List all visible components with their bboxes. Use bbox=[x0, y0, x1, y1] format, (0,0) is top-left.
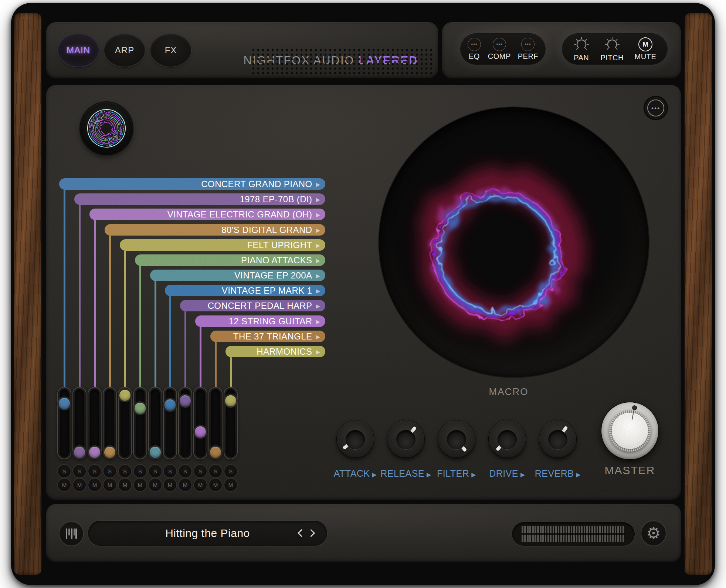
layer-expand-icon: ▶ bbox=[316, 333, 320, 339]
solo-button[interactable]: S bbox=[209, 465, 222, 477]
knob-label-text: RELEASE bbox=[380, 468, 424, 479]
mute-layer-button[interactable]: M bbox=[134, 479, 146, 491]
layer-bar[interactable]: 80'S DIGITAL GRAND▶ bbox=[105, 224, 325, 236]
layer-expand-icon: ▶ bbox=[316, 227, 320, 233]
mute-layer-button[interactable]: M bbox=[149, 479, 162, 491]
layer-bar[interactable]: FELT UPRIGHT▶ bbox=[120, 239, 325, 251]
solo-button[interactable]: S bbox=[224, 465, 237, 477]
pitch-knob[interactable]: PITCH bbox=[600, 36, 624, 62]
layer-bar[interactable]: PIANO ATTACKS▶ bbox=[135, 254, 325, 266]
layer-bar[interactable]: 12 STRING GUITAR▶ bbox=[195, 315, 325, 327]
solo-button[interactable]: S bbox=[179, 465, 191, 477]
slider-thumb[interactable] bbox=[164, 399, 176, 410]
comp-label: COMP bbox=[488, 52, 511, 61]
tab-fx[interactable]: FX bbox=[150, 34, 191, 67]
solo-button[interactable]: S bbox=[119, 465, 131, 477]
layer-volume-slider[interactable] bbox=[88, 387, 102, 459]
reverb-knob[interactable] bbox=[539, 420, 576, 457]
solo-button[interactable]: S bbox=[134, 465, 146, 477]
solo-button[interactable]: S bbox=[164, 465, 176, 477]
slider-thumb[interactable] bbox=[180, 395, 191, 406]
layer-volume-slider[interactable] bbox=[103, 387, 117, 459]
slider-thumb[interactable] bbox=[210, 447, 221, 458]
knob-label-text: ATTACK bbox=[334, 468, 370, 479]
layer-bar[interactable]: VINTAGE EP 200A▶ bbox=[150, 270, 325, 281]
master-indicator-line bbox=[632, 410, 634, 420]
mute-letter: M bbox=[642, 40, 648, 48]
slider-thumb[interactable] bbox=[195, 426, 206, 437]
preset-next-icon[interactable] bbox=[307, 529, 315, 537]
filter-knob[interactable] bbox=[438, 420, 475, 457]
slider-thumb[interactable] bbox=[89, 447, 100, 458]
layer-volume-slider[interactable] bbox=[208, 387, 223, 459]
macro-pad[interactable] bbox=[379, 107, 649, 377]
layer-volume-slider[interactable] bbox=[178, 387, 192, 459]
drive-knob[interactable] bbox=[489, 420, 526, 457]
layer-volume-slider[interactable] bbox=[193, 387, 207, 459]
mute-layer-button[interactable]: M bbox=[209, 479, 222, 491]
tab-main[interactable]: MAIN bbox=[58, 34, 99, 67]
solo-button[interactable]: S bbox=[58, 465, 71, 477]
layer-volume-slider[interactable] bbox=[148, 387, 162, 459]
tab-arp-label: ARP bbox=[115, 45, 134, 55]
solo-button[interactable]: S bbox=[104, 465, 116, 477]
preset-prev-icon[interactable] bbox=[298, 529, 305, 537]
layer-bar[interactable]: 1978 EP-70B (DI)▶ bbox=[74, 193, 325, 205]
mute-layer-button[interactable]: M bbox=[73, 479, 86, 491]
settings-button[interactable]: ⚙ bbox=[641, 521, 666, 545]
layer-bar[interactable]: VINTAGE ELECTRIC GRAND (OH)▶ bbox=[89, 209, 325, 220]
master-knob[interactable] bbox=[601, 402, 658, 459]
layer-volume-slider[interactable] bbox=[57, 387, 71, 459]
layer-expand-icon: ▶ bbox=[316, 318, 320, 324]
mute-layer-button[interactable]: M bbox=[104, 479, 116, 491]
mute-layer-button[interactable]: M bbox=[58, 479, 71, 491]
solo-button[interactable]: S bbox=[88, 465, 101, 477]
mute-layer-button[interactable]: M bbox=[164, 479, 176, 491]
slider-thumb[interactable] bbox=[150, 447, 161, 458]
mute-button[interactable]: M MUTE bbox=[635, 37, 657, 61]
knob-cup bbox=[396, 430, 415, 449]
attack-knob[interactable] bbox=[337, 420, 374, 457]
slider-thumb[interactable] bbox=[225, 395, 236, 406]
perf-button[interactable]: ••• PERF bbox=[518, 38, 538, 61]
layer-line bbox=[215, 342, 217, 388]
knob-cup bbox=[498, 430, 517, 449]
layer-bar[interactable]: HARMONICS▶ bbox=[225, 346, 325, 357]
solo-button[interactable]: S bbox=[73, 465, 86, 477]
expand-icon: ▶ bbox=[520, 472, 525, 478]
macro-options-button[interactable]: ••• bbox=[645, 97, 667, 119]
layer-volume-slider[interactable] bbox=[72, 387, 86, 459]
eq-button[interactable]: ••• EQ bbox=[468, 38, 481, 61]
layer-volume-slider[interactable] bbox=[163, 387, 177, 459]
layer-bar[interactable]: CONCERT GRAND PIANO▶ bbox=[59, 178, 325, 190]
solo-button[interactable]: S bbox=[149, 465, 162, 477]
preset-selector[interactable]: Hitting the Piano bbox=[88, 521, 327, 546]
mute-layer-button[interactable]: M bbox=[179, 479, 191, 491]
footer-panel: Hitting the Piano ⚙ bbox=[46, 504, 681, 562]
pan-knob[interactable]: PAN bbox=[573, 36, 590, 62]
layer-bar[interactable]: THE 37 TRIANGLE▶ bbox=[210, 331, 325, 342]
comp-button[interactable]: ••• COMP bbox=[488, 38, 511, 61]
layer-volume-slider[interactable] bbox=[118, 387, 132, 459]
slider-thumb[interactable] bbox=[135, 403, 146, 414]
mute-layer-button[interactable]: M bbox=[88, 479, 101, 491]
slider-thumb[interactable] bbox=[104, 447, 115, 458]
layer-volume-slider[interactable] bbox=[133, 387, 147, 459]
layer-volume-slider[interactable] bbox=[224, 387, 238, 459]
mute-layer-button[interactable]: M bbox=[194, 479, 207, 491]
mute-label: M bbox=[123, 482, 128, 488]
wood-panel-left bbox=[14, 13, 41, 575]
tab-arp[interactable]: ARP bbox=[104, 34, 145, 67]
layer-bar[interactable]: CONCERT PEDAL HARP▶ bbox=[180, 300, 325, 311]
slider-thumb[interactable] bbox=[119, 390, 130, 401]
layer-bar[interactable]: VINTAGE EP MARK 1▶ bbox=[165, 285, 325, 296]
solo-button[interactable]: S bbox=[194, 465, 207, 477]
slider-thumb[interactable] bbox=[74, 447, 85, 458]
keyboard-button[interactable] bbox=[60, 522, 83, 545]
reverb-label[interactable]: REVERB▶ bbox=[526, 468, 589, 479]
release-knob[interactable] bbox=[387, 420, 424, 457]
mute-layer-button[interactable]: M bbox=[224, 479, 237, 491]
slider-thumb[interactable] bbox=[59, 398, 70, 409]
mute-layer-button[interactable]: M bbox=[119, 479, 131, 491]
perf-dots-icon: ••• bbox=[521, 38, 535, 51]
